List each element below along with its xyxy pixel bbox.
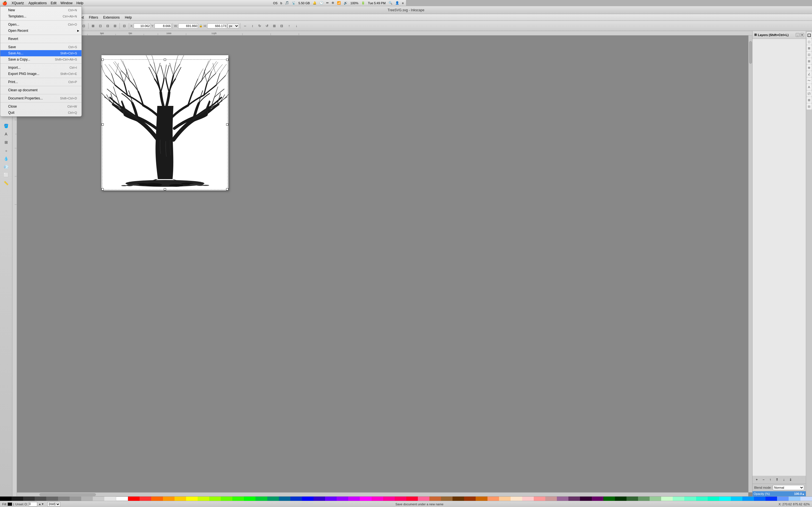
tb-align[interactable]: ⊟ <box>121 22 128 29</box>
mac-menu-window[interactable]: Window <box>60 1 72 5</box>
mac-pen-icon: ✏ <box>326 1 329 5</box>
menu-quit[interactable]: Quit Ctrl+Q <box>0 110 82 116</box>
tb-grp2[interactable]: ⊡ <box>97 22 104 29</box>
tb-raise[interactable]: ↑ <box>286 22 292 29</box>
menu-save[interactable]: Save Ctrl+S <box>0 44 82 50</box>
mac-battery-icon: 🔔 <box>313 1 317 5</box>
menu-revert[interactable]: Revert <box>0 36 82 42</box>
menu-filters[interactable]: Filters <box>87 15 100 20</box>
y-coord-field: Y: <box>151 23 171 29</box>
sep2 <box>0 35 82 35</box>
apple-icon[interactable]: 🍎 <box>2 1 7 5</box>
tb-grp4[interactable]: ⊞ <box>112 22 118 29</box>
tb-lower[interactable]: ↓ <box>293 22 300 29</box>
menu-new-label: New <box>8 8 15 12</box>
svg-point-41 <box>121 185 127 186</box>
menu-open[interactable]: Open... Ctrl+O <box>0 21 82 27</box>
menu-print[interactable]: Print... Ctrl+P <box>0 79 82 85</box>
w-coord-field: W: <box>174 23 198 29</box>
svg-text:500: 500 <box>100 32 104 35</box>
tb-flip-v[interactable]: ↕ <box>249 22 256 29</box>
menu-save-copy[interactable]: Save a Copy... Shift+Ctrl+Alt+S <box>0 56 82 62</box>
menu-save-as-label: Save As... <box>8 51 23 55</box>
tb-rot-ccw[interactable]: ↺ <box>264 22 270 29</box>
mac-b-icon: b <box>280 1 282 5</box>
tb-grp3[interactable]: ⊟ <box>104 22 111 29</box>
lock-button[interactable]: 🔒 <box>199 24 203 28</box>
tb-flip-h[interactable]: ↔ <box>242 22 248 29</box>
mac-user-icon[interactable]: 👤 <box>395 1 399 5</box>
menu-templates[interactable]: Templates... Ctrl+Alt+N <box>0 13 82 19</box>
mac-wifi-icon: 📡 <box>292 1 296 5</box>
menu-revert-label: Revert <box>8 37 18 41</box>
svg-point-42 <box>202 185 209 186</box>
mac-volume-icon: 🔊 <box>344 1 348 5</box>
tree-svg <box>101 55 229 190</box>
w-input[interactable] <box>178 23 198 29</box>
menu-templates-label: Templates... <box>8 14 27 18</box>
menu-templates-shortcut: Ctrl+Alt+N <box>63 15 77 18</box>
sep6 <box>0 86 82 86</box>
menu-doc-props[interactable]: Document Properties... Shift+Ctrl+D <box>0 95 82 101</box>
menu-open-recent[interactable]: Open Recent <box>0 27 82 34</box>
tb-sep4 <box>88 23 89 29</box>
mac-menu-applications[interactable]: Applications <box>29 1 47 5</box>
connector-tool[interactable]: ⊞ <box>2 138 11 146</box>
svg-point-34 <box>169 184 183 187</box>
x-input[interactable] <box>134 23 151 29</box>
mac-topbar: 🍎 XQuartz Applications Edit Window Help … <box>0 0 406 6</box>
mac-clock: Tue 5:49 PM <box>368 1 386 5</box>
menu-save-shortcut: Ctrl+S <box>68 45 77 49</box>
sep3 <box>0 43 82 43</box>
svg-text:1125: 1125 <box>211 32 216 35</box>
menu-cleanup[interactable]: Clean up document <box>0 87 82 93</box>
canvas-document[interactable] <box>101 55 229 190</box>
menu-save-copy-shortcut: Shift+Ctrl+Alt+S <box>55 58 77 61</box>
tb-grp1[interactable]: ⊠ <box>90 22 96 29</box>
mac-wifi2-icon: 📶 <box>337 1 341 5</box>
menu-extensions[interactable]: Extensions <box>101 15 122 20</box>
mac-music-icon: 🎵 <box>285 1 289 5</box>
svg-text:750: 750 <box>128 32 132 35</box>
menu-save-label: Save <box>8 45 16 49</box>
menu-cleanup-label: Clean up document <box>8 88 38 92</box>
bucket-tool[interactable]: 🪣 <box>2 122 11 130</box>
tb-ungroup[interactable]: ⊟ <box>278 22 285 29</box>
mac-menu-help[interactable]: Help <box>77 1 84 5</box>
measure-tool[interactable]: 📏 <box>2 179 11 187</box>
menu-new[interactable]: New Ctrl+N <box>0 7 82 13</box>
mac-menu-edit[interactable]: Edit <box>51 1 57 5</box>
mac-menu-icon[interactable]: ≡ <box>402 1 404 5</box>
mac-search-icon[interactable]: 🔍 <box>389 1 393 5</box>
tb-rot-cw[interactable]: ↻ <box>256 22 263 29</box>
x-coord-field: X: <box>130 23 151 29</box>
eraser-tool[interactable]: ⬜ <box>2 171 11 179</box>
menu-help[interactable]: Help <box>123 15 134 20</box>
spray-tool[interactable]: 💨 <box>2 163 11 171</box>
mac-status-bar: OS b 🎵 📡 5.50 GB 🔔 🕐 ✏ ❊ 📶 🔊 100% 🔋 Tue … <box>273 1 404 5</box>
sep4 <box>0 63 82 64</box>
sep5 <box>0 78 82 78</box>
menu-new-shortcut: Ctrl+N <box>68 8 77 12</box>
gradient-tool[interactable]: ⬦ <box>2 147 11 154</box>
menu-open-recent-label: Open Recent <box>8 29 28 33</box>
mac-storage: 5.50 GB <box>299 1 310 5</box>
svg-text:1000: 1000 <box>166 32 171 35</box>
unit-select[interactable]: px mm cm in <box>227 23 239 29</box>
w-label: W: <box>174 24 177 27</box>
app-name[interactable]: XQuartz <box>11 1 24 5</box>
h-input[interactable] <box>207 23 227 29</box>
menu-save-as[interactable]: Save As... Shift+Ctrl+S <box>0 50 82 56</box>
menu-close[interactable]: Close Ctrl+W <box>0 103 82 110</box>
y-input[interactable] <box>154 23 171 29</box>
tb-group[interactable]: ⊞ <box>271 22 278 29</box>
menu-export-png[interactable]: Export PNG Image... Shift+Ctrl+E <box>0 71 82 77</box>
window-title: TreeSVG.svg - Inkscape <box>388 8 406 12</box>
menu-open-label: Open... <box>8 22 19 26</box>
dropper-tool[interactable]: 💧 <box>2 155 11 163</box>
tb-sep6 <box>129 23 129 29</box>
svg-point-33 <box>145 183 162 186</box>
text-tool[interactable]: A <box>2 130 11 138</box>
menu-import[interactable]: Import... Ctrl+I <box>0 64 82 71</box>
mac-os-icon: OS <box>273 1 277 5</box>
